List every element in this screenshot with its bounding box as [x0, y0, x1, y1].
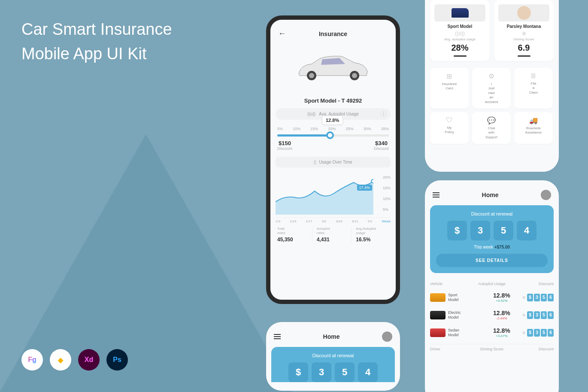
screen-title: Home [439, 191, 541, 198]
table-header: Vehicle Autopilot Usage Discount [430, 279, 554, 289]
svg-point-1 [309, 73, 314, 78]
phone-insurance: ← Insurance Sport Model - T 49292 ((o)) … [266, 15, 400, 304]
action-tile[interactable]: 🚚RoadsideAssistance [514, 112, 553, 144]
action-tile[interactable]: 🛡MyPolicy [430, 112, 469, 144]
phone-home: Home Discount at renewal $234456345 This… [425, 180, 559, 392]
vehicle-card[interactable]: Sport Model ((o)) Avg. autopilot usage 2… [430, 0, 490, 61]
screen-title: Insurance [286, 30, 380, 37]
driver-card[interactable]: Parsley Montana ⊕ Driving Score 6.9 [494, 0, 554, 61]
vehicle-row[interactable]: ElectricModel 12.8%-2.49% = $356 [430, 306, 554, 324]
vehicle-row[interactable]: SportModel 12.8%+4.52% = $356 [430, 289, 554, 306]
discount-card: Discount at renewal $234456345 This week… [430, 205, 554, 273]
avatar[interactable] [382, 331, 392, 342]
digit: 456 [335, 362, 355, 382]
digit: 345 [517, 221, 536, 240]
signal-icon: ((o)) [434, 30, 485, 36]
action-tile[interactable]: 🗎FileaClaim [514, 68, 553, 109]
usage-chart-header: ▯ Usage Over Time [276, 157, 391, 167]
action-icon: 💬 [474, 116, 509, 125]
action-tile[interactable]: ⚙IJustHadanAccident [472, 68, 511, 109]
action-tile[interactable]: 💬ChatwithSupport [472, 112, 511, 144]
action-icon: 🗎 [516, 72, 551, 80]
car-model: Sport Model - T 49292 [276, 97, 391, 104]
digit: $ [447, 221, 467, 240]
menu-button[interactable] [274, 334, 281, 339]
bars-icon: ▯ [314, 160, 316, 164]
action-icon: ⊞ [432, 72, 467, 80]
info-icon[interactable]: i [381, 111, 386, 117]
stat-item: Autopilotmiles4,431 [315, 227, 352, 243]
digit: 234 [312, 362, 331, 382]
page-title: Car Smart Insurance Mobile App UI Kit [21, 17, 172, 66]
vehicle-row[interactable]: SedanModel 12.8%+3.47% = $356 [430, 324, 554, 341]
car-thumb [430, 328, 446, 337]
signal-icon: ((o)) [307, 112, 315, 116]
menu-button[interactable] [433, 192, 439, 198]
stat-item: Totalmiles45,350 [276, 227, 312, 243]
sketch-icon: ◆ [50, 349, 71, 371]
chart-point-value: 17.4% [357, 185, 373, 191]
action-icon: 🛡 [432, 116, 467, 124]
wheel-icon: ⊕ [498, 30, 549, 36]
screen-title: Home [281, 333, 382, 340]
digit: 456 [494, 221, 513, 240]
action-icon: 🚚 [516, 116, 551, 125]
phone-dashboard: Sport Model ((o)) Avg. autopilot usage 2… [425, 0, 559, 172]
usage-chart[interactable]: 17.4% 20%15%10%5% [276, 172, 391, 215]
stat-item: Avg.Autopilotusage16.5% [354, 227, 391, 243]
platform-icons: Fg ◆ Xd Ps [21, 349, 128, 371]
table-header-2: Driver Driving Score Discount [430, 344, 554, 354]
slider-thumb[interactable] [326, 131, 334, 139]
action-tile[interactable]: ⊞InsuranceCard [430, 68, 469, 109]
action-icon: ⚙ [474, 72, 509, 80]
slider-value-badge: 12.8% [322, 115, 343, 125]
digit: 234 [470, 221, 490, 240]
figma-icon: Fg [21, 349, 43, 371]
ps-icon: Ps [106, 349, 128, 371]
xd-icon: Xd [78, 349, 100, 371]
discount-card[interactable]: Discount at renewal $234456345 [271, 347, 395, 382]
car-thumb [430, 311, 446, 319]
digit: 345 [358, 362, 378, 382]
svg-point-4 [371, 179, 373, 183]
svg-point-3 [352, 73, 357, 78]
usage-slider[interactable]: 12.8% 5%10%15%20%25%30%35% $150Discount … [277, 127, 389, 151]
back-button[interactable]: ← [278, 29, 286, 38]
avatar[interactable] [541, 190, 551, 200]
car-thumb [430, 293, 446, 302]
digit: $ [288, 362, 308, 382]
see-details-button[interactable]: SEE DETAILS [436, 254, 548, 267]
car-image [276, 43, 391, 95]
phone-home-partial: Home Discount at renewal $234456345 [266, 322, 400, 391]
